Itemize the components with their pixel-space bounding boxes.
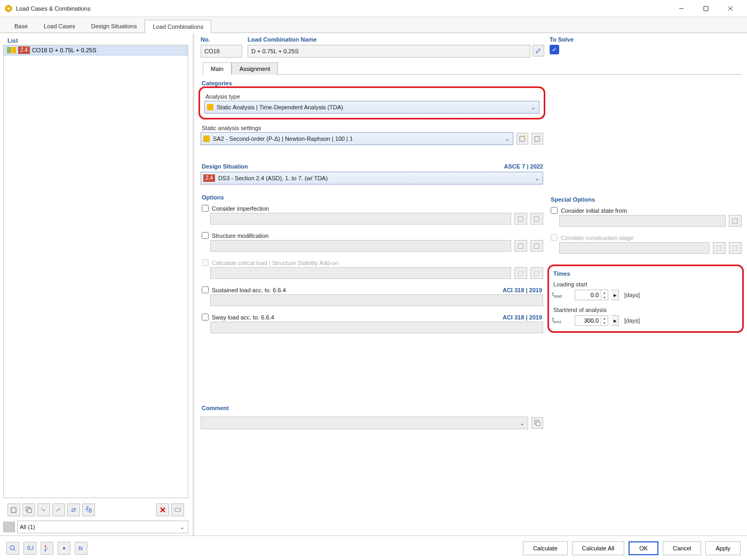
edit-item-icon[interactable] [530, 240, 543, 252]
analysis-type-label: Analysis type [204, 91, 539, 101]
subtab-main[interactable]: Main [203, 62, 232, 75]
sway-dropdown[interactable] [210, 322, 543, 333]
play-icon[interactable]: ▸ [611, 290, 619, 300]
initial-state-dropdown[interactable] [559, 215, 726, 227]
color-chip-icon [203, 135, 210, 142]
chevron-down-icon: ⌄ [529, 104, 537, 111]
play-icon[interactable]: ▸ [611, 315, 619, 326]
calculate-button[interactable]: Calculate [523, 541, 568, 555]
step-down-icon[interactable]: ▾ [601, 295, 608, 300]
static-settings-value: SA2 - Second-order (P-Δ) | Newton-Raphso… [213, 135, 503, 142]
maximize-button[interactable] [694, 1, 718, 17]
edit-item-icon[interactable] [530, 213, 543, 225]
tab-load-cases[interactable]: Load Cases [36, 19, 83, 33]
list-item-badge: 2.4 [18, 46, 30, 54]
bottom-bar: 0,0 fx Calculate Calculate All OK Cancel… [0, 535, 747, 560]
close-button[interactable] [718, 1, 743, 17]
svg-rect-3 [704, 6, 708, 11]
link-down-icon[interactable] [37, 503, 50, 516]
opt-initial-state[interactable]: Consider initial state from [550, 205, 742, 214]
chevron-down-icon: ⌄ [533, 175, 541, 182]
copy-icon[interactable] [22, 503, 35, 516]
tend-unit: [days] [624, 317, 640, 324]
new-icon[interactable] [7, 503, 20, 516]
static-settings-dropdown[interactable]: SA2 - Second-order (P-Δ) | Newton-Raphso… [201, 132, 513, 145]
swap-icon[interactable] [67, 503, 80, 516]
svg-rect-15 [535, 137, 539, 141]
new-item-icon[interactable] [516, 133, 528, 145]
magnifier-icon[interactable] [6, 542, 19, 555]
analysis-type-dropdown[interactable]: Static Analysis | Time-Dependent Analysi… [204, 101, 539, 114]
tstart-spinner[interactable]: ▴▾ [575, 290, 608, 300]
units-icon[interactable]: 0,0 [23, 542, 36, 555]
solve-label: To Solve [550, 35, 742, 45]
tree-icon[interactable] [41, 542, 53, 555]
svg-rect-26 [733, 246, 737, 251]
design-standard: ASCE 7 | 2022 [504, 163, 543, 170]
opt-construction-stage: Consider construction stage [550, 232, 742, 241]
opt-imperfection[interactable]: Consider imperfection [201, 203, 543, 212]
filter-value: All (1) [20, 524, 178, 530]
minimize-button[interactable] [669, 1, 694, 17]
options-header: Options [201, 192, 543, 203]
edit-item-icon[interactable] [729, 215, 742, 227]
checkbox[interactable] [202, 232, 209, 239]
step-down-icon[interactable]: ▾ [601, 321, 608, 325]
chevron-down-icon: ⌄ [178, 524, 186, 531]
list-header: List [3, 35, 193, 45]
step-up-icon[interactable]: ▴ [601, 290, 608, 295]
name-input[interactable] [248, 45, 530, 58]
tab-base[interactable]: Base [6, 19, 36, 33]
opt-sustained[interactable]: Sustained load acc. to. 6.6.4ACI 318 | 2… [201, 284, 543, 293]
sustained-dropdown[interactable] [210, 294, 543, 306]
fx-icon[interactable]: fx [75, 542, 88, 555]
checkbox [202, 259, 209, 266]
step-up-icon[interactable]: ▴ [601, 316, 608, 321]
comment-dropdown[interactable]: ⌄ [201, 417, 528, 429]
tab-load-combinations[interactable]: Load Combinations [145, 20, 211, 33]
comment-edit-icon[interactable] [531, 417, 543, 429]
delete-icon[interactable] [156, 503, 169, 516]
imperfection-dropdown[interactable] [210, 213, 511, 225]
edit-name-icon[interactable] [533, 45, 544, 57]
main-tabstrip: Base Load Cases Design Situations Load C… [0, 17, 747, 33]
checkbox[interactable] [202, 205, 209, 212]
svg-rect-19 [534, 244, 539, 249]
checkbox[interactable] [551, 207, 558, 214]
svg-rect-8 [28, 509, 31, 513]
tend-spinner[interactable]: ▴▾ [575, 315, 608, 326]
opt-sway[interactable]: Sway load acc. to. 6.6.4ACI 318 | 2019 [201, 311, 543, 321]
subtab-assignment[interactable]: Assignment [232, 62, 278, 75]
edit-item-icon[interactable] [531, 133, 543, 145]
no-input[interactable] [201, 45, 242, 58]
edit-item-icon [729, 242, 742, 254]
apply-button[interactable]: Apply [705, 541, 741, 555]
solve-checkbox[interactable]: ✓ [550, 45, 559, 54]
filter-dropdown[interactable]: All (1) ⌄ [17, 521, 188, 533]
struct-mod-dropdown[interactable] [210, 240, 511, 252]
new-item-icon[interactable] [514, 240, 527, 252]
opt-struct-mod[interactable]: Structure modification [201, 230, 543, 239]
design-situation-dropdown[interactable]: 2.4 DS3 - Section 2.4 (ASD), 1. to 7. (w… [201, 172, 543, 185]
new-item-icon[interactable] [514, 213, 527, 225]
dot-icon[interactable] [58, 542, 70, 555]
svg-rect-20 [518, 271, 523, 276]
checkbox[interactable] [202, 286, 209, 293]
checkbox[interactable] [202, 314, 209, 321]
filter-chip [3, 522, 15, 532]
rect-icon[interactable] [171, 503, 184, 516]
tstart-input[interactable] [575, 290, 601, 300]
color-chip [7, 47, 16, 53]
tab-design-situations[interactable]: Design Situations [83, 19, 145, 33]
list-box[interactable]: 2.4 CO18 D + 0.75L + 0.25S [3, 45, 188, 498]
list-item[interactable]: 2.4 CO18 D + 0.75L + 0.25S [4, 45, 188, 55]
window-buttons [669, 1, 743, 17]
renumber-icon[interactable]: 28 [82, 503, 95, 516]
titlebar: Load Cases & Combinations [0, 0, 747, 17]
tend-input[interactable] [575, 316, 601, 325]
calculate-all-button[interactable]: Calculate All [572, 541, 625, 555]
ok-button[interactable]: OK [629, 541, 658, 555]
cancel-button[interactable]: Cancel [663, 541, 701, 555]
link-up-icon[interactable] [52, 503, 65, 516]
window-title: Load Cases & Combinations [16, 5, 669, 12]
